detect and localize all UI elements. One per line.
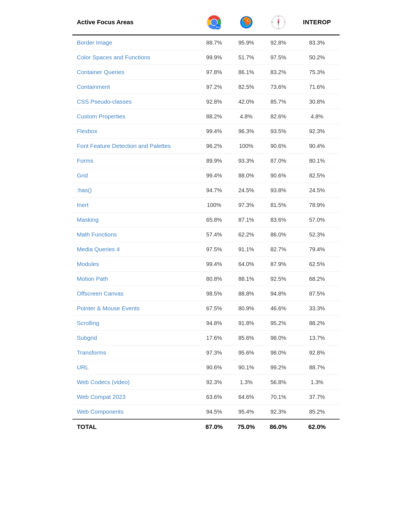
focus-area-name[interactable]: Web Codecs (video) (72, 375, 198, 390)
svg-text:W: W (271, 21, 273, 23)
focus-area-name[interactable]: Font Feature Detection and Palettes (72, 139, 198, 153)
focus-areas-header: Active Focus Areas (72, 11, 198, 35)
safari-value: 95.2% (262, 316, 294, 331)
chrome-dev-header: Dev (198, 11, 230, 35)
focus-area-name[interactable]: Masking (72, 213, 198, 227)
chrome-value: 88.7% (198, 35, 230, 50)
focus-area-name[interactable]: Color Spaces and Functions (72, 50, 198, 65)
table-row: Web Components94.5%95.4%92.3%85.2% (72, 404, 340, 419)
table-row: Inert100%97.3%81.5%78.9% (72, 198, 340, 213)
interop-value: 24.5% (295, 183, 340, 198)
table-row: Subgrid17.6%85.6%98.0%13.7% (72, 331, 340, 345)
interop-value: 37.7% (295, 390, 340, 404)
firefox-value: 93.3% (230, 153, 262, 168)
focus-area-name[interactable]: Containment (72, 80, 198, 94)
firefox-value: 87.1% (230, 213, 262, 227)
firefox-value: 42.0% (230, 94, 262, 109)
firefox-icon (239, 14, 254, 30)
firefox-value: 96.3% (230, 124, 262, 139)
safari-icon: N S E W (271, 14, 286, 30)
safari-value: 81.5% (262, 198, 294, 213)
table-row: Flexbox99.4%96.3%93.5%92.3% (72, 124, 340, 139)
safari-value: 46.6% (262, 301, 294, 316)
focus-area-name[interactable]: Motion Path (72, 272, 198, 286)
focus-area-name[interactable]: CSS Pseudo-classes (72, 94, 198, 109)
firefox-value: 91.8% (230, 316, 262, 331)
safari-value: 93.8% (262, 183, 294, 198)
table-row: Forms89.9%93.3%87.0%80.1% (72, 153, 340, 168)
chrome-value: 94.8% (198, 316, 230, 331)
firefox-value: 88.8% (230, 286, 262, 301)
safari-value: 87.9% (262, 257, 294, 272)
interop-value: 71.6% (295, 80, 340, 94)
focus-area-name[interactable]: Subgrid (72, 331, 198, 345)
focus-area-name[interactable]: Scrolling (72, 316, 198, 331)
interop-value: 85.2% (295, 404, 340, 419)
focus-area-name[interactable]: Border Image (72, 35, 198, 50)
focus-area-name[interactable]: Grid (72, 168, 198, 183)
chrome-value: 97.5% (198, 242, 230, 257)
chrome-value: 97.8% (198, 65, 230, 80)
table-row: Font Feature Detection and Palettes96.2%… (72, 139, 340, 153)
svg-point-20 (278, 22, 279, 23)
svg-text:E: E (284, 21, 285, 23)
chrome-value: 92.3% (198, 375, 230, 390)
focus-area-name[interactable]: Forms (72, 153, 198, 168)
firefox-value: 95.6% (230, 345, 262, 360)
focus-area-name[interactable]: Offscreen Canvas (72, 286, 198, 301)
firefox-value: 95.9% (230, 35, 262, 50)
table-row: Modules99.4%64.0%87.9%62.5% (72, 257, 340, 272)
focus-area-name[interactable]: Media Queries 4 (72, 242, 198, 257)
chrome-value: 65.8% (198, 213, 230, 227)
focus-area-name[interactable]: :has() (72, 183, 198, 198)
interop-value: 79.4% (295, 242, 340, 257)
interop-value: 80.1% (295, 153, 340, 168)
interop-value: 92.3% (295, 124, 340, 139)
safari-value: 90.6% (262, 139, 294, 153)
safari-value: 56.8% (262, 375, 294, 390)
safari-value: 87.0% (262, 153, 294, 168)
svg-text:Dev: Dev (216, 26, 220, 28)
interop-value: 1.3% (295, 375, 340, 390)
interop-value: 82.5% (295, 168, 340, 183)
focus-area-name[interactable]: Modules (72, 257, 198, 272)
focus-area-name[interactable]: Inert (72, 198, 198, 213)
firefox-header (230, 11, 262, 35)
interop-value: 87.5% (295, 286, 340, 301)
interop-value: 57.0% (295, 213, 340, 227)
firefox-value: 24.5% (230, 183, 262, 198)
focus-area-name[interactable]: Math Functions (72, 227, 198, 242)
focus-area-name[interactable]: URL (72, 360, 198, 375)
interop-value: 75.3% (295, 65, 340, 80)
focus-area-name[interactable]: Transforms (72, 345, 198, 360)
focus-area-name[interactable]: Web Compat 2023 (72, 390, 198, 404)
chrome-value: 99.9% (198, 50, 230, 65)
table-row: URL90.6%90.1%99.2%88.7% (72, 360, 340, 375)
total-safari-value: 86.0% (262, 419, 294, 435)
focus-area-name[interactable]: Flexbox (72, 124, 198, 139)
table-row: Custom Properties88.2%4.8%82.6%4.8% (72, 109, 340, 124)
table-row: Math Functions57.4%62.2%86.0%52.3% (72, 227, 340, 242)
chrome-value: 98.5% (198, 286, 230, 301)
table-row: Pointer & Mouse Events67.5%80.9%46.6%33.… (72, 301, 340, 316)
chrome-value: 96.2% (198, 139, 230, 153)
table-row: Color Spaces and Functions99.9%51.7%97.5… (72, 50, 340, 65)
focus-area-name[interactable]: Container Queries (72, 65, 198, 80)
interop-value: 33.3% (295, 301, 340, 316)
interop-value: 88.2% (295, 316, 340, 331)
focus-area-name[interactable]: Custom Properties (72, 109, 198, 124)
main-container: Active Focus Areas (72, 11, 340, 521)
safari-value: 99.2% (262, 360, 294, 375)
chrome-value: 99.4% (198, 124, 230, 139)
firefox-value: 86.1% (230, 65, 262, 80)
focus-area-name[interactable]: Web Components (72, 404, 198, 419)
safari-value: 92.5% (262, 272, 294, 286)
table-row: Border Image88.7%95.9%92.8%83.3% (72, 35, 340, 50)
chrome-value: 67.5% (198, 301, 230, 316)
firefox-value: 90.1% (230, 360, 262, 375)
firefox-value: 64.0% (230, 257, 262, 272)
focus-area-name[interactable]: Pointer & Mouse Events (72, 301, 198, 316)
table-row: Container Queries97.8%86.1%83.2%75.3% (72, 65, 340, 80)
safari-value: 94.8% (262, 286, 294, 301)
interop-value: 88.7% (295, 360, 340, 375)
